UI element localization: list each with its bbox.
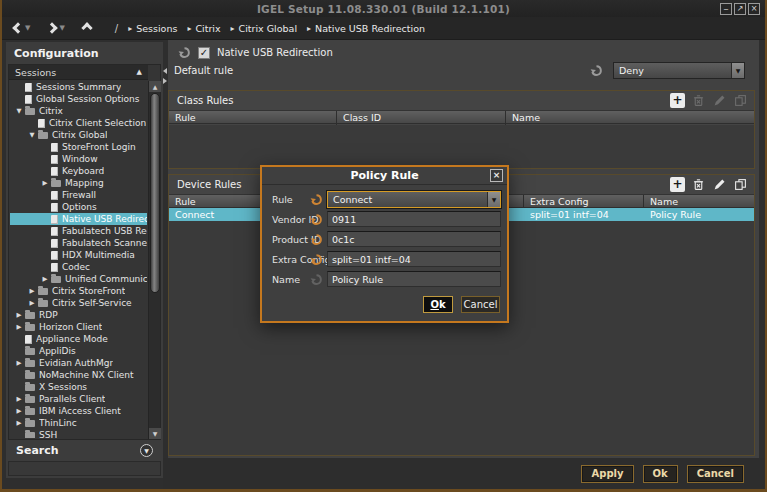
tree-item-citrix-global[interactable]: ▼Citrix Global bbox=[10, 129, 147, 141]
close-button[interactable]: × bbox=[748, 3, 760, 15]
class-rules-table-header[interactable]: Rule Class ID Name bbox=[169, 110, 754, 124]
expander-open-icon[interactable]: ▼ bbox=[13, 107, 25, 115]
forward-button[interactable]: ▼ bbox=[48, 24, 64, 32]
scroll-up-icon[interactable]: ▲ bbox=[149, 81, 161, 92]
class-rules-group: Class Rules + Rule Class ID Name bbox=[168, 90, 755, 169]
expander-closed-icon[interactable]: ▶ bbox=[39, 179, 51, 187]
reset-icon[interactable] bbox=[310, 233, 323, 246]
class-rules-table-body[interactable] bbox=[169, 125, 754, 168]
native-usb-redirection-checkbox[interactable]: ✓ bbox=[198, 47, 210, 59]
dialog-ok-button[interactable]: Ok bbox=[423, 296, 453, 313]
tree-column-header[interactable]: Sessions ▲ bbox=[9, 65, 148, 80]
forward-history-caret-icon[interactable]: ▼ bbox=[59, 24, 64, 32]
tree-item-citrix-self-service[interactable]: ▶Citrix Self-Service bbox=[10, 297, 147, 309]
tree-item-options[interactable]: Options bbox=[10, 201, 147, 213]
folder-icon bbox=[38, 288, 48, 295]
tree-item-ibm-iaccess-client[interactable]: ▶IBM iAccess Client bbox=[10, 405, 147, 417]
tree-item-fabulatech-scanner-redirection[interactable]: Fabulatech Scanner Redirection bbox=[10, 237, 147, 249]
dialog-cancel-button[interactable]: Cancel bbox=[461, 296, 500, 313]
name-field[interactable] bbox=[327, 271, 501, 287]
back-button[interactable]: ▼ bbox=[14, 24, 30, 32]
collapse-left-icon[interactable] bbox=[163, 68, 167, 74]
add-device-rule-button[interactable]: + bbox=[670, 177, 685, 192]
ok-button[interactable]: Ok bbox=[643, 465, 678, 483]
dialog-close-icon[interactable]: × bbox=[490, 169, 503, 182]
breadcrumb-item-citrix[interactable]: ▸Citrix bbox=[187, 23, 220, 34]
breadcrumb-item-sessions[interactable]: ▸Sessions bbox=[128, 23, 177, 34]
tree-item-x-sessions[interactable]: X Sessions bbox=[10, 381, 147, 393]
up-button[interactable] bbox=[83, 24, 91, 32]
expander-closed-icon[interactable]: ▶ bbox=[13, 407, 25, 415]
breadcrumb-item-citrix-global[interactable]: ▸Citrix Global bbox=[231, 23, 298, 34]
folder-icon bbox=[25, 312, 35, 319]
vendor-id-field[interactable] bbox=[327, 211, 501, 227]
tree-item-citrix-client-selection[interactable]: Citrix Client Selection bbox=[10, 117, 147, 129]
tree-item-unified-communications[interactable]: ▶Unified Communications bbox=[10, 273, 147, 285]
dialog-title: Policy Rule bbox=[350, 169, 418, 182]
tree-item-mapping[interactable]: ▶Mapping bbox=[10, 177, 147, 189]
tree-item-nomachine-nx-client[interactable]: NoMachine NX Client bbox=[10, 369, 147, 381]
tree-item-rdp[interactable]: ▶RDP bbox=[10, 309, 147, 321]
reset-icon[interactable] bbox=[178, 46, 191, 59]
expander-closed-icon[interactable]: ▶ bbox=[13, 419, 25, 427]
cancel-button[interactable]: Cancel bbox=[687, 465, 744, 483]
default-rule-select[interactable]: Deny ▼ bbox=[613, 62, 745, 79]
reset-icon[interactable] bbox=[310, 253, 323, 266]
minimize-button[interactable]: _ bbox=[720, 3, 732, 15]
tree-scrollbar[interactable]: ▲ ▼ bbox=[148, 81, 160, 439]
product-id-field[interactable] bbox=[327, 231, 501, 247]
minimize-icon: _ bbox=[724, 1, 728, 10]
tree-item-horizon-client[interactable]: ▶Horizon Client bbox=[10, 321, 147, 333]
tree-item-applidis[interactable]: AppliDis bbox=[10, 345, 147, 357]
tree-item-window[interactable]: Window bbox=[10, 153, 147, 165]
rule-select[interactable]: Connect ▼ bbox=[327, 191, 501, 208]
breadcrumb-root[interactable]: / bbox=[115, 23, 118, 34]
tree-item-appliance-mode[interactable]: Appliance Mode bbox=[10, 333, 147, 345]
breadcrumb-item-native-usb-redirection[interactable]: ▸Native USB Redirection bbox=[307, 23, 425, 34]
apply-button[interactable]: Apply bbox=[581, 465, 633, 483]
tree-item-ssh[interactable]: SSH bbox=[10, 429, 147, 438]
expander-open-icon[interactable]: ▼ bbox=[26, 131, 38, 139]
collapse-right-icon[interactable] bbox=[163, 78, 167, 84]
expander-closed-icon[interactable]: ▶ bbox=[13, 395, 25, 403]
reset-icon[interactable] bbox=[310, 213, 323, 226]
expander-closed-icon[interactable]: ▶ bbox=[13, 359, 25, 367]
tree-item-sessions-summary[interactable]: Sessions Summary bbox=[10, 81, 147, 93]
file-icon bbox=[51, 263, 58, 272]
tree-item-native-usb-redirection[interactable]: Native USB Redirection bbox=[10, 213, 147, 225]
delete-device-rule-button[interactable] bbox=[691, 177, 706, 192]
tree-item-firewall[interactable]: Firewall bbox=[10, 189, 147, 201]
scrollbar-thumb[interactable] bbox=[150, 93, 160, 293]
expander-closed-icon[interactable]: ▶ bbox=[13, 323, 25, 331]
tree-item-keyboard[interactable]: Keyboard bbox=[10, 165, 147, 177]
tree-item-storefront-login[interactable]: StoreFront Login bbox=[10, 141, 147, 153]
add-class-rule-button[interactable]: + bbox=[670, 93, 685, 108]
expander-closed-icon[interactable]: ▶ bbox=[26, 299, 38, 307]
tree-item-evidian-authmgr[interactable]: ▶Evidian AuthMgr bbox=[10, 357, 147, 369]
reset-icon[interactable] bbox=[310, 193, 323, 206]
reset-icon[interactable] bbox=[590, 64, 603, 77]
tree-item-global-session-options[interactable]: Global Session Options bbox=[10, 93, 147, 105]
tree-item-codec[interactable]: Codec bbox=[10, 261, 147, 273]
tree-item-parallels-client[interactable]: ▶Parallels Client bbox=[10, 393, 147, 405]
expander-closed-icon[interactable]: ▶ bbox=[13, 311, 25, 319]
tree-item-citrix-storefront[interactable]: ▶Citrix StoreFront bbox=[10, 285, 147, 297]
extra-config-field[interactable] bbox=[327, 251, 501, 267]
chevron-down-icon[interactable]: ▼ bbox=[731, 63, 744, 78]
tree-item-thinlinc[interactable]: ▶ThinLinc bbox=[10, 417, 147, 429]
tree-item-fabulatech-usb-redirection[interactable]: Fabulatech USB Redirection bbox=[10, 225, 147, 237]
tree-item-citrix[interactable]: ▼Citrix bbox=[10, 105, 147, 117]
expander-closed-icon[interactable]: ▶ bbox=[26, 287, 38, 295]
tree-item-hdx-multimedia[interactable]: HDX Multimedia bbox=[10, 249, 147, 261]
search-section[interactable]: Search ▼ bbox=[8, 442, 161, 459]
back-history-caret-icon[interactable]: ▼ bbox=[25, 24, 30, 32]
expander-closed-icon[interactable]: ▶ bbox=[39, 275, 51, 283]
restore-button[interactable]: ↗ bbox=[734, 3, 746, 15]
edit-device-rule-button[interactable] bbox=[712, 177, 727, 192]
search-expand-icon[interactable]: ▼ bbox=[140, 444, 153, 457]
folder-icon bbox=[25, 420, 35, 427]
copy-device-rule-button[interactable] bbox=[733, 177, 748, 192]
folder-icon bbox=[38, 132, 48, 139]
scroll-down-icon[interactable]: ▼ bbox=[149, 428, 161, 439]
chevron-down-icon[interactable]: ▼ bbox=[487, 192, 500, 207]
